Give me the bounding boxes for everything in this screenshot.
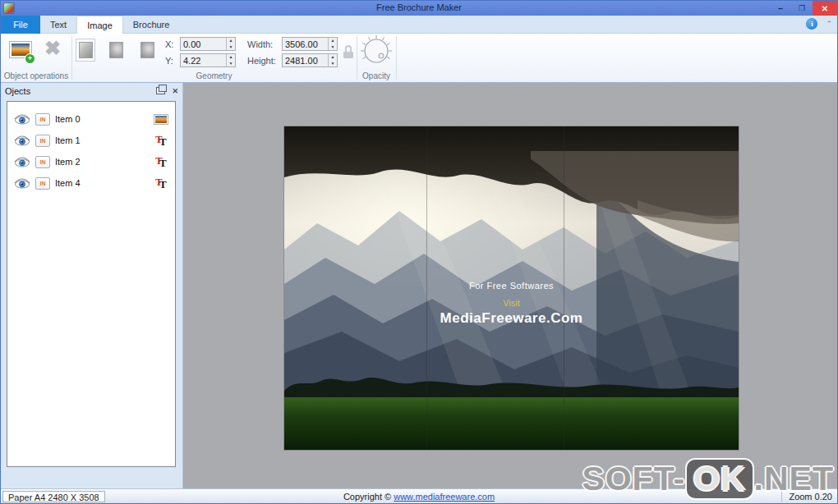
item-label[interactable]: Item 0 <box>55 114 149 124</box>
watermark-badge: OK <box>687 460 753 498</box>
image-thumbnail-icon <box>154 114 168 125</box>
dial-icon <box>358 34 394 71</box>
in-badge[interactable]: IN <box>35 177 50 190</box>
width-input[interactable] <box>283 38 328 50</box>
image-fit-button-1[interactable] <box>76 39 95 62</box>
text-item-icon <box>155 176 168 190</box>
group-label-opacity: Opacity <box>357 71 396 80</box>
spin-up-icon[interactable] <box>329 54 337 61</box>
image-fit-icon-2 <box>109 42 123 58</box>
main-area: Ojects IN Item 0 <box>1 83 837 488</box>
app-window: Free Brochure Maker File Text Image Broc… <box>0 0 838 504</box>
height-spinner[interactable] <box>328 54 337 66</box>
image-fit-button-2[interactable] <box>106 39 126 62</box>
float-panel-icon[interactable] <box>156 87 165 94</box>
width-spinbox <box>282 37 338 51</box>
spin-down-icon[interactable] <box>227 61 235 67</box>
in-badge[interactable]: IN <box>35 113 50 126</box>
ribbon: Object operations X: Width: <box>1 34 837 83</box>
text-item-icon <box>155 133 168 148</box>
height-input[interactable] <box>283 54 328 66</box>
visibility-eye-icon[interactable] <box>14 135 30 146</box>
image-fit-icon-3 <box>140 42 154 58</box>
add-image-button[interactable] <box>7 37 34 62</box>
list-item-1[interactable]: IN Item 1 <box>14 130 168 151</box>
plus-icon <box>25 54 35 63</box>
objects-panel: Ojects IN Item 0 <box>1 83 183 488</box>
brochure-page[interactable]: For Free Softwares Visit MediaFreeware.C… <box>284 126 739 450</box>
in-badge[interactable]: IN <box>35 156 50 168</box>
window-controls <box>770 1 837 16</box>
spin-down-icon[interactable] <box>329 61 337 67</box>
tab-image[interactable]: Image <box>76 16 123 34</box>
height-spinbox <box>282 53 338 67</box>
collapse-ribbon-icon[interactable] <box>826 20 832 28</box>
text-item-icon <box>155 154 168 169</box>
tab-brochure[interactable]: Brochure <box>123 16 180 34</box>
visibility-eye-icon[interactable] <box>14 114 30 125</box>
close-button[interactable] <box>813 1 837 16</box>
y-input[interactable] <box>181 54 226 66</box>
delete-object-button[interactable] <box>40 35 65 62</box>
opacity-dial[interactable] <box>358 34 394 72</box>
y-label: Y: <box>165 56 180 66</box>
width-label: Width: <box>247 39 282 49</box>
lock-aspect-icon[interactable] <box>343 45 354 59</box>
x-spinbox <box>180 37 236 51</box>
item-label[interactable]: Item 1 <box>55 135 150 145</box>
spin-up-icon[interactable] <box>227 54 235 61</box>
watermark-left: SOFT- <box>582 460 685 498</box>
objects-panel-header: Ojects <box>1 83 182 99</box>
list-item-0[interactable]: IN Item 0 <box>14 108 168 130</box>
tab-text[interactable]: Text <box>40 16 76 34</box>
canvas-area[interactable]: For Free Softwares Visit MediaFreeware.C… <box>183 83 837 488</box>
tabs: File Text Image Brochure <box>1 16 179 34</box>
item-label[interactable]: Item 2 <box>55 157 150 167</box>
x-input[interactable] <box>181 38 226 50</box>
spin-down-icon[interactable] <box>227 44 235 51</box>
title-bar: Free Brochure Maker <box>1 1 837 16</box>
objects-list: IN Item 0 IN Item 1 <box>7 101 176 467</box>
y-spinner[interactable] <box>226 54 235 66</box>
copyright-link[interactable]: www.mediafreeware.com <box>394 492 495 502</box>
spin-up-icon[interactable] <box>329 38 337 44</box>
group-separator <box>396 36 397 80</box>
copyright-text: Copyright © <box>343 492 391 502</box>
tab-file[interactable]: File <box>1 16 40 34</box>
spin-down-icon[interactable] <box>329 44 337 51</box>
list-item-3[interactable]: IN Item 4 <box>14 172 168 194</box>
minimize-button[interactable] <box>770 1 791 16</box>
group-label-object-operations: Object operations <box>1 71 71 80</box>
objects-panel-title: Ojects <box>5 86 156 96</box>
overlay-line-1[interactable]: For Free Softwares <box>284 281 739 291</box>
item-label[interactable]: Item 4 <box>55 178 150 188</box>
window-title: Free Brochure Maker <box>1 2 837 12</box>
overlay-line-3[interactable]: MediaFreeware.Com <box>284 310 739 327</box>
list-item-2[interactable]: IN Item 2 <box>14 151 168 172</box>
watermark-right: .NET <box>754 460 834 498</box>
overlay-line-2[interactable]: Visit <box>284 298 739 308</box>
maximize-button[interactable] <box>791 1 813 16</box>
visibility-eye-icon[interactable] <box>14 178 30 189</box>
group-label-geometry: Geometry <box>71 71 357 80</box>
height-label: Height: <box>247 56 282 66</box>
spin-up-icon[interactable] <box>227 38 235 44</box>
soft-ok-watermark: SOFT- OK .NET <box>582 460 834 498</box>
in-badge[interactable]: IN <box>35 135 50 147</box>
close-panel-icon[interactable] <box>172 87 178 95</box>
y-spinbox <box>180 53 236 67</box>
x-spinner[interactable] <box>226 38 235 50</box>
x-label: X: <box>165 39 180 49</box>
image-fit-button-3[interactable] <box>137 39 157 62</box>
image-fit-icon-1 <box>79 42 93 58</box>
info-icon[interactable] <box>806 18 817 30</box>
visibility-eye-icon[interactable] <box>14 157 30 167</box>
width-spinner[interactable] <box>328 38 337 50</box>
ribbon-tab-bar: File Text Image Brochure <box>1 16 837 34</box>
